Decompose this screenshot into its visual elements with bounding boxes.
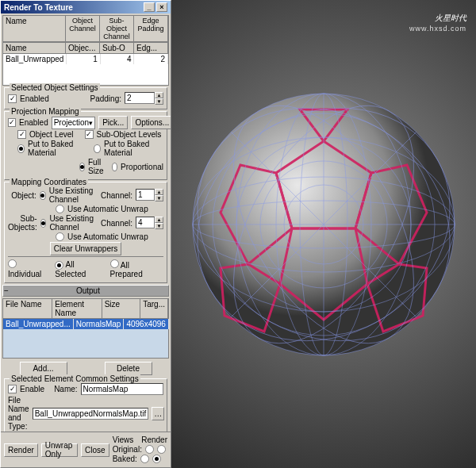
table-row: Ball_Unwrapped... NormalsMap 4096x4096 B…	[3, 319, 168, 329]
viewport[interactable]: 火星时代 www.hxsd.com	[171, 0, 476, 468]
output-table[interactable]: Ball_Unwrapped... NormalsMap 4096x4096 B…	[2, 319, 169, 359]
pick-button[interactable]: Pick...	[98, 116, 128, 129]
output-rollout[interactable]: −Output	[2, 285, 169, 297]
element-name-input[interactable]: NormalsMap	[81, 383, 163, 395]
unwrap-only-button[interactable]: Unwrap Only	[41, 443, 78, 457]
element-enable-checkbox[interactable]: ✓	[8, 385, 17, 393]
subobject-levels-checkbox[interactable]: ✓	[85, 130, 94, 139]
projmap-enabled-checkbox[interactable]: ✓	[8, 118, 16, 127]
table-row: Ball_Unwrapped 1 4 2	[3, 54, 168, 64]
baked-material-radio[interactable]	[17, 144, 25, 153]
allselected-radio[interactable]	[55, 261, 63, 270]
group-selected-object-settings: Selected Object Settings ✓ Enabled Paddi…	[4, 87, 167, 109]
individual-radio[interactable]	[8, 259, 17, 268]
obj-auto-radio[interactable]	[56, 205, 64, 213]
obj-channel-spinner[interactable]: 1▲▼	[136, 189, 163, 201]
object-table[interactable]: Ball_Unwrapped 1 4 2	[2, 54, 169, 86]
dialog-footer: Render Unwrap Only Close ViewsRender Ori…	[1, 432, 171, 467]
object-level-checkbox[interactable]: ✓	[17, 130, 26, 139]
orig-views-radio[interactable]	[145, 445, 154, 454]
options-button[interactable]: Options...	[131, 116, 171, 129]
sub-auto-radio[interactable]	[56, 232, 64, 241]
object-table-subheader[interactable]: Name Objec... Sub-O Edg...	[2, 42, 169, 54]
dialog-body: Name Object Channel Sub-Object Channel E…	[1, 13, 171, 432]
render-to-texture-dialog: Render To Texture _ × Name Object Channe…	[0, 0, 171, 468]
browse-file-button[interactable]: …	[152, 407, 164, 420]
titlebar[interactable]: Render To Texture _ ×	[1, 1, 171, 13]
object-table-header: Name Object Channel Sub-Object Channel E…	[2, 15, 169, 42]
projection-dropdown[interactable]: Projection	[52, 117, 95, 129]
obj-existing-radio[interactable]	[40, 191, 46, 200]
soccer-ball-mesh	[185, 86, 463, 363]
fullsize-radio[interactable]	[79, 163, 85, 171]
sub-existing-radio[interactable]	[40, 219, 47, 228]
dialog-title: Render To Texture	[4, 3, 73, 12]
baked-render-radio[interactable]	[152, 455, 161, 463]
group-element-common: Selected Element Common Settings ✓Enable…	[4, 378, 167, 432]
output-table-header[interactable]: File Name Element Name Size Targ...	[2, 298, 169, 319]
render-button[interactable]: Render	[4, 443, 38, 457]
allprepared-radio[interactable]	[110, 259, 119, 268]
group-projection-mapping: Projection Mapping ✓ Enabled Projection …	[4, 111, 167, 180]
group-mapping-coordinates: Mapping Coordinates Object: Use Existing…	[4, 182, 167, 283]
delete-element-button[interactable]: Delete	[105, 362, 152, 375]
orig-render-radio[interactable]	[157, 445, 166, 454]
enabled-checkbox[interactable]: ✓	[8, 94, 17, 103]
filename-input[interactable]: Ball_UnwrappedNormalsMap.tif	[33, 408, 149, 420]
baked-views-radio[interactable]	[140, 455, 149, 463]
clear-unwrappers-button[interactable]: Clear Unwrappers	[50, 242, 122, 255]
close-button[interactable]: ×	[156, 2, 167, 12]
minimize-button[interactable]: _	[144, 2, 155, 12]
baked-material-radio2[interactable]	[94, 144, 101, 153]
sub-channel-spinner[interactable]: 4▲▼	[136, 217, 163, 229]
padding-spinner[interactable]: 2▲▼	[125, 92, 163, 105]
add-element-button[interactable]: Add...	[20, 362, 67, 375]
proportional-radio[interactable]	[112, 163, 117, 171]
close-dialog-button[interactable]: Close	[81, 443, 109, 457]
watermark: 火星时代 www.hxsd.com	[409, 8, 466, 33]
